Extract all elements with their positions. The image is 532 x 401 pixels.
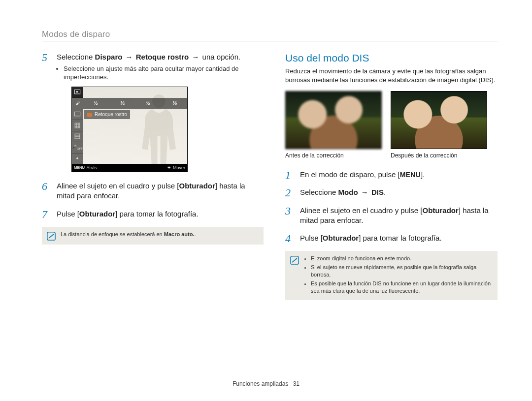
arrow-icon: → bbox=[191, 53, 200, 61]
sidebar-cell-grid2 bbox=[72, 131, 83, 142]
divider bbox=[42, 41, 498, 41]
arrow-icon: → bbox=[360, 188, 369, 196]
svg-rect-2 bbox=[74, 112, 80, 116]
manual-page: Modos de disparo Seleccione Disparo → Re… bbox=[0, 0, 532, 401]
caption-before: Antes de la corrección bbox=[285, 152, 382, 159]
lcd-sidebar: 🖌 🎤OFF ✦ bbox=[72, 87, 83, 164]
sidebar-cell-mic-off: 🎤OFF bbox=[72, 142, 83, 153]
step-5: Seleccione Disparo → Retoque rostro → un… bbox=[42, 52, 264, 172]
camera-lcd-figure: 🖌 🎤OFF ✦ ½ ⅟₁ ½ ⅓ bbox=[71, 87, 188, 172]
two-column-layout: Seleccione Disparo → Retoque rostro → un… bbox=[42, 52, 498, 300]
caption-after: Después de la corrección bbox=[391, 152, 487, 159]
menu-key: MENU bbox=[400, 171, 421, 179]
lcd-status-bar: MENU Atrás ✦ Mover bbox=[72, 164, 187, 172]
svg-rect-1 bbox=[76, 91, 78, 93]
back-label: Atrás bbox=[87, 165, 97, 171]
note-item: El zoom digital no funciona en este modo… bbox=[311, 255, 492, 262]
sidebar-cell-top bbox=[72, 87, 83, 98]
figure-after: Después de la corrección bbox=[391, 91, 487, 159]
intensity-option: ½ bbox=[135, 98, 161, 109]
step-5-bullet: Seleccione un ajuste más alto para ocult… bbox=[64, 65, 264, 82]
step-1: En el modo de disparo, pulse [MENU]. bbox=[285, 170, 498, 180]
photo-after bbox=[391, 91, 487, 149]
right-column: Uso del modo DIS Reduzca el movimiento d… bbox=[285, 52, 498, 300]
intensity-row: ½ ⅟₁ ½ ⅓ bbox=[83, 98, 187, 109]
step-2: Seleccione Modo → DIS. bbox=[285, 187, 498, 197]
topic-title: Uso del modo DIS bbox=[285, 52, 498, 64]
sidebar-cell-bottom: ✦ bbox=[72, 154, 83, 164]
note-list: El zoom digital no funciona en este modo… bbox=[304, 255, 492, 296]
page-footer: Funciones ampliadas 31 bbox=[0, 380, 532, 387]
note-icon bbox=[47, 232, 56, 241]
svg-rect-3 bbox=[75, 123, 80, 128]
footer-section: Funciones ampliadas bbox=[233, 380, 288, 387]
left-column: Seleccione Disparo → Retoque rostro → un… bbox=[42, 52, 264, 300]
intensity-option: ⅓ bbox=[161, 98, 187, 109]
topic-intro: Reduzca el movimiento de la cámara y evi… bbox=[285, 67, 498, 84]
sidebar-cell-face bbox=[72, 109, 83, 120]
step-7: Pulse [Obturador] para tomar la fotograf… bbox=[42, 209, 264, 219]
note-text: La distancia de enfoque se establecerá e… bbox=[61, 231, 196, 238]
page-number: 31 bbox=[293, 380, 299, 387]
move-label: Mover bbox=[173, 165, 185, 171]
intensity-option: ½ bbox=[83, 98, 109, 109]
note-box-left: La distancia de enfoque se establecerá e… bbox=[42, 227, 264, 245]
step-4: Pulse [Obturador] para tomar la fotograf… bbox=[285, 233, 498, 243]
sidebar-cell-brush: 🖌 bbox=[72, 98, 83, 109]
section-title: Modos de disparo bbox=[42, 30, 498, 39]
menu-icon: MENU bbox=[74, 165, 85, 171]
steps-list-right: En el modo de disparo, pulse [MENU]. Sel… bbox=[285, 170, 498, 243]
arrow-icon: → bbox=[125, 53, 134, 61]
sidebar-cell-grid bbox=[72, 120, 83, 131]
steps-list-left: Seleccione Disparo → Retoque rostro → un… bbox=[42, 52, 264, 219]
before-after-compare: Antes de la corrección Después de la cor… bbox=[285, 91, 498, 159]
note-item: Es posible que la función DIS no funcion… bbox=[311, 280, 492, 295]
intensity-option: ⅟₁ bbox=[109, 98, 135, 109]
figure-before: Antes de la corrección bbox=[285, 91, 382, 159]
nav-icon: ✦ bbox=[167, 164, 171, 171]
note-item: Si el sujeto se mueve rápidamente, es po… bbox=[311, 264, 492, 278]
lcd-mode-label: Retoque rostro bbox=[84, 110, 130, 119]
note-icon bbox=[290, 256, 299, 265]
step-3: Alinee el sujeto en el cuadro y pulse [O… bbox=[285, 206, 498, 226]
step-6: Alinee el sujeto en el cuadro y pulse [O… bbox=[42, 181, 264, 201]
photo-before bbox=[285, 91, 382, 149]
note-box-right: El zoom digital no funciona en este modo… bbox=[285, 251, 498, 300]
